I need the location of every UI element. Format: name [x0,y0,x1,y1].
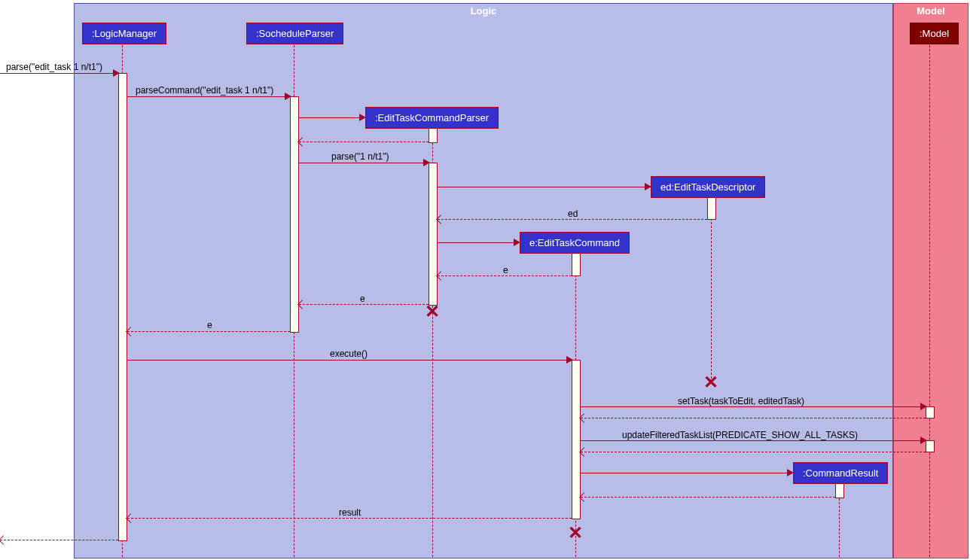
logic-frame-title: Logic [465,4,503,18]
participant-logic-manager: :LogicManager [82,23,166,44]
arrowhead-m10 [920,437,927,444]
msg-result: result [339,507,361,518]
arrow-create-etd [438,187,650,187]
activation-sochedule-parser [290,96,299,333]
msg-ed: ed [568,208,578,219]
msg-e3: e [207,320,212,330]
participant-edit-task-command-parser: :EditTaskCommandParser [365,107,499,129]
arrow-m4 [438,219,707,220]
label: :CommandResult [803,467,878,479]
arrow-m1 [0,73,118,74]
activation-logic-manager [118,73,127,541]
arrow-m8 [127,360,572,361]
destroy-etcp: ✕ [425,304,440,319]
model-frame: Model [893,3,968,558]
label: :EditTaskCommandParser [375,112,489,123]
participant-edit-task-descriptor: ed:EditTaskDescriptor [651,176,765,198]
label: :SocheduleParser [256,28,334,39]
activation-cr [835,483,844,498]
arrow-m9-ret [581,418,926,418]
arrow-m5 [438,275,572,276]
arrow-return-etcp [299,142,429,142]
arrowhead-m8 [566,356,573,364]
arrow-m2 [127,96,290,97]
activation-etd [707,196,716,220]
activation-etc-2 [572,360,581,519]
label: :Model [920,28,949,39]
label: :LogicManager [92,28,157,39]
arrow-m6 [299,304,429,305]
msg-parse-in: parse("edit_task 1 n/t1") [6,62,102,72]
msg-e2: e [360,294,365,304]
arrow-m7 [127,331,290,332]
lifeline-edit-task-descriptor [711,196,712,382]
msg-set-task: setTask(taskToEdit, editedTask) [678,396,804,406]
label: e:EditTaskCommand [529,237,620,248]
arrow-m10-ret [581,452,926,452]
destroy-etd: ✕ [703,375,718,390]
label: ed:EditTaskDescriptor [660,181,755,193]
arrow-m3 [299,163,429,163]
arrow-m11 [127,518,572,519]
msg-execute: execute() [330,348,368,359]
lifeline-model [929,45,930,557]
arrow-create-etcp [299,117,365,118]
model-frame-title: Model [911,4,951,18]
participant-edit-task-command: e:EditTaskCommand [520,232,630,254]
activation-etc-1 [572,252,581,276]
participant-model: :Model [910,23,959,44]
arrow-create-etc [438,242,519,243]
arrowhead-create-cr [787,469,794,476]
msg-parse-inner: parse("1 n/t1") [331,151,389,162]
msg-update-filtered: updateFilteredTaskList(PREDICATE_SHOW_AL… [622,430,858,440]
arrowhead-m1 [113,69,120,77]
arrowhead-m9 [920,403,927,410]
msg-e1: e [503,265,508,275]
arrow-m9 [581,406,926,407]
msg-parse-command: parseCommand("edit_task 1 n/t1") [136,85,273,96]
arrowhead-final-out [0,535,8,545]
arrow-create-cr [581,473,792,473]
arrowhead-m2 [285,93,291,100]
arrow-m10 [581,440,926,441]
arrowhead-create-etcp [359,114,366,121]
activation-etcp-2 [429,163,438,306]
arrowhead-create-etd [645,183,651,190]
activation-etcp-1 [429,128,438,143]
participant-sochedule-parser: :SocheduleParser [246,23,343,44]
arrowhead-create-etc [514,239,520,246]
participant-command-result: :CommandResult [793,462,888,484]
arrowhead-m3 [423,159,430,166]
arrow-return-cr [581,497,835,498]
arrow-final-out [0,540,118,540]
destroy-etc: ✕ [568,525,583,540]
